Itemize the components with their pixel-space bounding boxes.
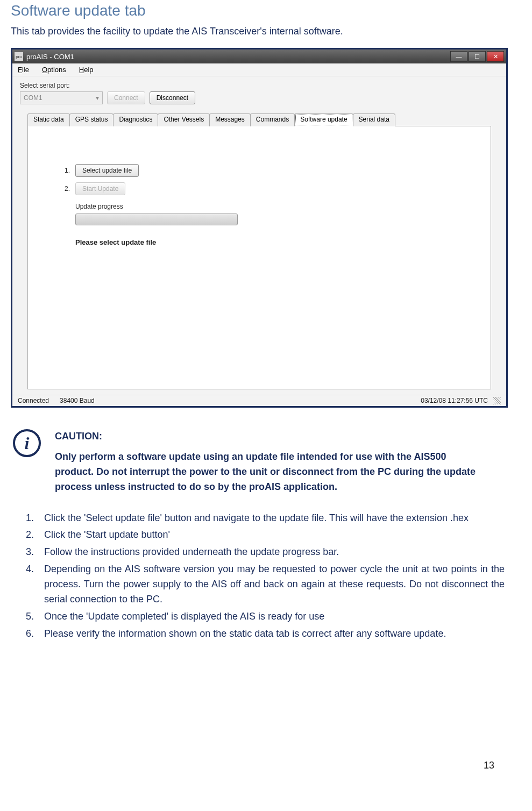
serial-port-select[interactable]: COM1 ▾ xyxy=(20,91,103,104)
tab-diagnostics[interactable]: Diagnostics xyxy=(113,113,158,126)
connect-button[interactable]: Connect xyxy=(107,91,145,104)
select-update-file-button[interactable]: Select update file xyxy=(75,164,139,177)
caution-heading: CAUTION: xyxy=(55,429,485,444)
step-3: Follow the instructions provided underne… xyxy=(37,545,505,560)
window-title: proAIS - COM1 xyxy=(26,53,74,61)
status-message: Please select update file xyxy=(75,238,458,246)
step-5: Once the 'Update completed' is displayed… xyxy=(37,609,505,624)
app-icon: pro xyxy=(15,52,23,61)
tab-serial-data[interactable]: Serial data xyxy=(353,113,395,126)
step-4: Depending on the AIS software version yo… xyxy=(37,562,505,607)
step-6: Please verify the information shown on t… xyxy=(37,627,505,642)
tabs-row: Static data GPS status Diagnostics Other… xyxy=(27,113,499,126)
step-number-2: 2. xyxy=(60,185,70,193)
app-screenshot: pro proAIS - COM1 — ☐ ✕ File Options Hel… xyxy=(11,48,508,408)
section-title: Software update tab xyxy=(11,2,521,19)
progress-bar xyxy=(75,214,238,225)
tab-software-update[interactable]: Software update xyxy=(294,113,353,126)
minimize-button[interactable]: — xyxy=(450,51,467,62)
menu-file[interactable]: File xyxy=(18,66,29,74)
progress-label: Update progress xyxy=(75,203,458,210)
menu-help[interactable]: Help xyxy=(79,66,94,74)
caution-body: Only perform a software update using an … xyxy=(55,450,485,495)
status-bar: Connected 38400 Baud 03/12/08 11:27:56 U… xyxy=(12,395,506,406)
status-connected: Connected xyxy=(18,397,49,404)
info-icon: i xyxy=(13,429,41,457)
page-number: 13 xyxy=(484,760,494,771)
tab-static-data[interactable]: Static data xyxy=(27,113,70,126)
tab-gps-status[interactable]: GPS status xyxy=(69,113,114,126)
menu-options[interactable]: Options xyxy=(42,66,66,74)
close-button[interactable]: ✕ xyxy=(487,51,504,62)
status-datetime: 03/12/08 11:27:56 UTC xyxy=(421,397,488,404)
tab-messages[interactable]: Messages xyxy=(209,113,251,126)
tab-content: 1. Select update file 2. Start Update Up… xyxy=(27,126,491,389)
window-titlebar: pro proAIS - COM1 — ☐ ✕ xyxy=(12,49,506,63)
step-2: Click the 'Start update button' xyxy=(37,528,505,543)
status-baud: 38400 Baud xyxy=(60,397,95,404)
step-number-1: 1. xyxy=(60,167,70,174)
serial-port-value: COM1 xyxy=(24,94,42,102)
tab-commands[interactable]: Commands xyxy=(250,113,295,126)
instruction-steps: Click the 'Select update file' button an… xyxy=(20,511,505,642)
chevron-down-icon: ▾ xyxy=(96,94,99,102)
intro-text: This tab provides the facility to update… xyxy=(11,26,521,37)
start-update-button[interactable]: Start Update xyxy=(75,182,125,195)
disconnect-button[interactable]: Disconnect xyxy=(150,91,195,104)
resize-grip-icon[interactable] xyxy=(493,397,501,404)
serial-port-label: Select serial port: xyxy=(20,82,499,89)
tab-other-vessels[interactable]: Other Vessels xyxy=(158,113,210,126)
maximize-button[interactable]: ☐ xyxy=(469,51,486,62)
menu-bar: File Options Help xyxy=(12,63,506,76)
step-1: Click the 'Select update file' button an… xyxy=(37,511,505,526)
